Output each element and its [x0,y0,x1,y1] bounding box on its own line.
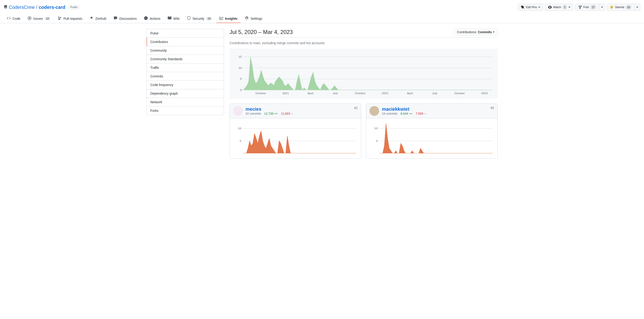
owner-link[interactable]: CodersCrew [9,5,34,10]
sidebar-item-dependency-graph[interactable]: Dependency graph [146,89,224,98]
star-count: 10 [626,5,632,10]
sidebar-item-traffic[interactable]: Traffic [146,64,224,72]
svg-text:October: October [256,92,266,95]
fork-dropdown[interactable] [599,4,605,11]
repo-nav: Code Issues12 Pull requests Zenhub Discu… [0,15,644,23]
svg-text:5: 5 [240,77,242,81]
book-icon [168,16,172,21]
svg-text:2023: 2023 [481,92,488,95]
svg-text:10: 10 [238,67,242,70]
svg-text:2022: 2022 [382,92,388,95]
additions: 12,738 ++ [264,112,278,115]
svg-text:April: April [308,92,314,95]
commit-count: 32 commits [246,112,261,115]
caret-down-icon [538,7,540,8]
play-icon [144,16,148,21]
additions: 8,044 ++ [400,112,412,115]
tab-discussions[interactable]: Discussions [110,15,140,23]
sidebar-item-pulse[interactable]: Pulse [146,29,224,38]
svg-text:10: 10 [374,127,378,130]
tab-code[interactable]: Code [4,15,24,23]
edit-pins-button[interactable]: Edit Pins [518,4,543,11]
code-icon [7,16,11,21]
visibility-badge: Public [68,5,80,9]
tab-wiki[interactable]: Wiki [164,15,182,23]
watch-button[interactable]: Watch 2 [545,4,573,11]
svg-text:July: July [333,92,338,95]
caret-down-icon [568,7,570,8]
contributor-link[interactable]: mecies [246,107,261,112]
svg-text:October: October [355,92,366,95]
deletions: 11,693 -- [281,112,293,115]
tab-settings[interactable]: Settings [242,15,266,23]
fork-button[interactable]: Fork 17 [575,4,599,11]
svg-text:October: October [454,92,465,95]
svg-text:July: July [432,92,438,95]
shield-icon [187,16,191,21]
eye-icon [548,5,552,9]
breadcrumb: CodersCrew / coders-card Public [4,5,80,10]
avatar[interactable] [233,106,243,116]
sidebar-item-commits[interactable]: Commits [146,72,224,81]
tab-pulls[interactable]: Pull requests [54,15,86,23]
sidebar-item-forks[interactable]: Forks [146,107,224,115]
repo-icon [4,5,8,10]
contributor-card: mecies 32 commits 12,738 ++ 11,693 -- #1… [230,104,361,159]
svg-text:0: 0 [240,89,242,92]
star-button[interactable]: Starred 10 [607,4,634,11]
star-icon [610,5,614,9]
contributions-dropdown[interactable]: Contributions: Commits [454,29,498,35]
contributor-link[interactable]: maciekkwiet [382,107,409,112]
svg-text:5: 5 [240,140,242,143]
sidebar-item-community-standards[interactable]: Community Standards [146,55,224,64]
tab-issues[interactable]: Issues12 [24,15,54,23]
star-dropdown[interactable] [634,4,640,11]
contributor-card: maciekkwiet 24 commits 8,044 ++ 7,559 --… [366,104,498,159]
tab-security[interactable]: Security15 [184,15,215,23]
caret-down-icon [601,7,603,8]
sidebar-item-code-frequency[interactable]: Code frequency [146,81,224,89]
svg-text:April: April [407,92,413,95]
header-actions: Edit Pins Watch 2 Fork 17 Starred [518,4,640,11]
rank-badge: #1 [354,106,358,110]
sidebar-item-network[interactable]: Network [146,98,224,107]
overview-chart: 051015October2021AprilJulyOctober2022Apr… [230,49,498,99]
issues-count: 12 [44,17,50,20]
avatar[interactable] [370,106,379,116]
gear-icon [245,16,248,21]
tab-insights[interactable]: Insights [216,15,241,23]
pull-request-icon [58,16,62,21]
insights-menu: PulseContributorsCommunityCommunity Stan… [146,29,224,115]
sidebar-item-community[interactable]: Community [146,46,224,55]
svg-text:15: 15 [238,55,242,58]
sidebar-item-contributors[interactable]: Contributors [146,38,224,46]
zenhub-icon [90,16,94,21]
svg-text:5: 5 [376,140,378,143]
discussion-icon [114,16,118,21]
pin-icon [521,5,524,9]
rank-badge: #2 [490,106,494,110]
repo-link[interactable]: coders-card [39,5,66,10]
page-title: Jul 5, 2020 – Mar 4, 2023 [230,29,293,35]
deletions: 7,559 -- [416,112,426,115]
fork-icon [578,5,582,9]
commit-count: 24 commits [382,112,397,115]
svg-text:2021: 2021 [282,92,289,95]
page-subtitle: Contributions to main, excluding merge c… [230,41,498,45]
caret-down-icon [636,7,638,8]
fork-count: 17 [590,5,596,10]
security-count: 15 [206,17,212,20]
svg-text:10: 10 [238,127,242,130]
graph-icon [220,16,223,21]
caret-down-icon [493,32,494,33]
watch-count: 2 [562,5,567,10]
tab-actions[interactable]: Actions [141,15,164,23]
tab-zenhub[interactable]: Zenhub [86,15,110,23]
issue-icon [28,16,31,21]
